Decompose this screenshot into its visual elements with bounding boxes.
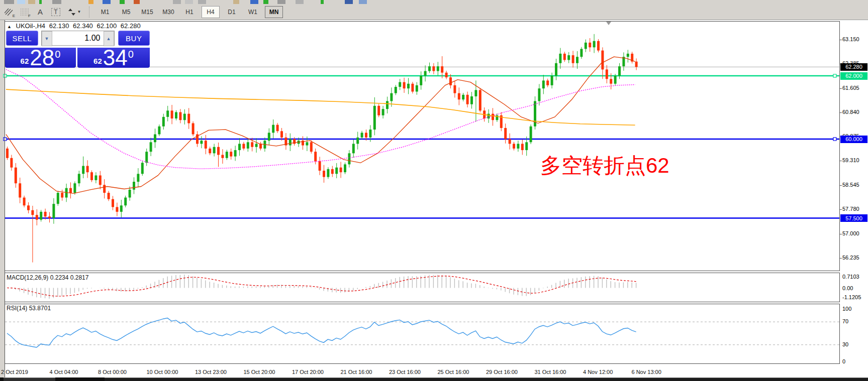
time-axis-label: 4 Nov 12:00 [583,369,613,375]
clipped-icon-fragment [250,0,258,4]
volume-decrease-button[interactable]: ▼ [42,31,52,46]
buy-price-sup: 0 [128,49,134,59]
time-axis-label: 6 Nov 13:00 [632,369,661,375]
sell-price-display[interactable]: 62 28 0 [5,48,76,68]
text-box-icon[interactable]: T [49,6,62,18]
arrow-objects-icon[interactable]: ▼ [65,6,84,18]
timeframe-button-m30[interactable]: M30 [159,6,177,18]
icon-glyph: A [38,8,43,16]
price-axis-tick [840,112,842,113]
symbol-period: UKOil-,H4 [16,22,46,30]
price-axis-label: 57.780 [842,206,859,212]
price-tag: 60.000 [840,136,867,143]
price-tag: 62.000 [840,72,867,80]
time-axis-label: 31 Oct 16:00 [535,369,566,375]
clipped-icon-fragment [120,0,125,4]
volume-increase-button[interactable]: ▲ [104,31,114,46]
time-axis-label: 4 Oct 04:00 [50,369,78,375]
bottom-bar-segment [4,377,55,381]
timeframe-button-h1[interactable]: H1 [180,6,199,18]
timeframe-button-m15[interactable]: M15 [138,6,156,18]
time-axis-label: 17 Oct 20:00 [292,369,324,375]
clipped-icon-fragment [321,0,324,4]
clipped-icon-fragment [134,0,140,4]
price-tag: 62.280 [840,63,867,71]
timeframe-button-m1[interactable]: M1 [96,6,114,18]
icon-badge: F [28,14,31,18]
fibo-grid-icon[interactable]: F [18,6,31,18]
price-axis-tick [840,185,842,186]
sell-price-main: 28 [30,48,54,67]
price-axis-tick [840,209,842,210]
timeframe-button-group: M1M5M15M30H1H4D1W1MN [93,6,283,18]
rsi-axis-label: 100 [842,306,851,312]
clipped-icon-fragment [173,0,181,4]
macd-axis-label: 0.00 [842,285,853,291]
price-axis-label: 61.605 [842,85,859,91]
price-axis-label: 57.000 [842,230,859,236]
timeframe-button-h4[interactable]: H4 [202,6,220,18]
quote-close: 62.280 [121,22,141,30]
chart-shift-marker-icon[interactable] [606,22,611,25]
icon-badge: E [13,14,15,18]
clipped-icon-fragment [17,0,25,4]
price-axis-tick [840,258,842,259]
time-axis-label: 29 Oct 16:00 [486,369,518,375]
time-axis-label: 2 Oct 2019 [1,369,28,375]
macd-axis-label: 0.7103 [842,274,859,280]
price-axis-tick [840,161,842,161]
timeframe-button-d1[interactable]: D1 [223,6,241,18]
chart-text-annotation: 多空转折点62 [540,152,669,180]
time-axis-label: 25 Oct 16:00 [438,369,469,375]
mt4-application: E F A T ▼ M1M5M15M30H1H4D1W1MN [0,0,868,381]
clipped-icon-fragment [277,0,285,4]
price-axis-label: 59.310 [842,157,859,163]
price-tag: 57.500 [840,214,867,222]
clipped-icon-fragment [103,0,111,4]
sell-price-prefix: 62 [21,57,29,65]
rsi-axis-label: 0 [842,358,845,364]
clipped-bottom-bar [0,377,868,381]
clipped-upper-toolbar [0,0,868,4]
time-axis-label: 13 Oct 23:00 [195,369,227,375]
clipped-icon-fragment [185,0,193,4]
price-axis-label: 56.235 [842,255,859,261]
clipped-icon-fragment [345,0,353,4]
chart-canvas[interactable] [0,20,868,377]
volume-stepper: ▼ ▲ [41,31,115,46]
trade-panel-top-row: SELL ▼ ▲ BUY [5,31,150,46]
volume-input[interactable] [52,31,104,45]
timeframe-button-w1[interactable]: W1 [244,6,262,18]
quote-header: ▲ UKOil-,H4 62.130 62.340 62.100 62.280 [7,22,143,30]
buy-price-main: 34 [103,48,128,67]
sell-button[interactable]: SELL [6,31,38,46]
one-click-trading-panel: SELL ▼ ▲ BUY 62 28 0 62 34 0 [5,31,150,67]
clipped-icon-fragment [28,0,35,4]
quote-high: 62.340 [73,22,93,30]
price-axis-label: 58.545 [842,182,859,188]
price-axis-tick [840,234,842,234]
rsi-axis-label: 30 [842,341,848,347]
macd-axis-label: -1.1205 [842,294,861,300]
quote-low: 62.100 [97,22,117,30]
buy-price-display[interactable]: 62 34 0 [77,48,150,68]
rsi-axis-label: 70 [842,318,848,324]
dropdown-caret-icon: ▼ [77,10,81,14]
equidistant-channel-icon[interactable]: E [3,6,16,18]
timeframe-button-mn[interactable]: MN [265,6,283,18]
price-axis-tick [840,88,842,89]
timeframe-button-m5[interactable]: M5 [117,6,135,18]
toolbar-separator [89,7,90,18]
time-axis: 2 Oct 20194 Oct 04:008 Oct 00:0010 Oct 0… [0,369,868,377]
collapse-icon[interactable]: ▲ [7,24,12,29]
time-axis-label: 21 Oct 16:00 [341,369,372,375]
clipped-icon-fragment [4,0,14,4]
time-axis-label: 10 Oct 00:00 [147,369,178,375]
macd-indicator-label: MACD(12,26,9) 0.2234 0.2817 [7,274,88,281]
bottom-bar-segment [105,377,868,381]
clipped-icon-fragment [233,0,239,4]
clipped-icon-fragment [296,0,304,4]
buy-button[interactable]: BUY [118,31,150,46]
price-axis-label: 63.150 [842,36,859,42]
text-label-icon[interactable]: A [34,6,47,18]
